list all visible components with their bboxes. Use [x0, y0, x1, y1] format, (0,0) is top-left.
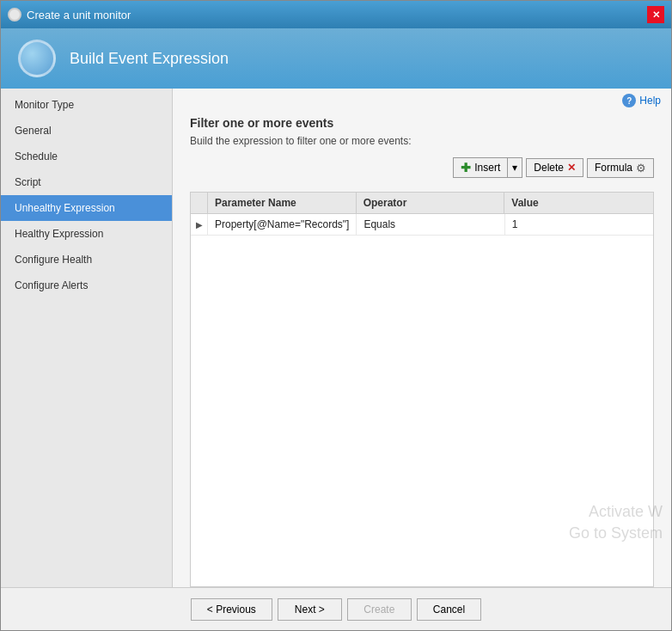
col-value: Value — [504, 193, 653, 213]
row-parameter-name: Property[@Name="Records"] — [208, 214, 357, 235]
plus-icon: ✚ — [461, 161, 471, 175]
footer-bar: < Previous Next > Create Cancel — [1, 587, 671, 630]
title-bar-left: Create a unit monitor — [8, 8, 131, 21]
create-button[interactable]: Create — [347, 598, 412, 621]
section-area: Filter one or more events Build the expr… — [173, 113, 671, 192]
formula-button[interactable]: Formula ⚙ — [587, 158, 654, 178]
delete-label: Delete — [534, 162, 564, 174]
next-button[interactable]: Next > — [278, 598, 342, 621]
close-button[interactable]: ✕ — [647, 6, 664, 23]
window-icon — [8, 8, 21, 21]
main-wrapper: ? Help Filter one or more events Build t… — [173, 89, 671, 587]
sidebar-item-general[interactable]: General — [1, 118, 172, 144]
main-window: Create a unit monitor ✕ Build Event Expr… — [0, 0, 672, 631]
row-operator: Equals — [357, 214, 504, 235]
header-icon — [18, 40, 56, 77]
insert-label: Insert — [474, 162, 500, 174]
help-link[interactable]: ? Help — [622, 94, 661, 107]
header-title: Build Event Expression — [70, 50, 229, 68]
col-arrow — [191, 193, 208, 213]
sidebar-item-unhealthy-expression[interactable]: Unhealthy Expression — [1, 195, 172, 221]
sidebar-item-healthy-expression[interactable]: Healthy Expression — [1, 221, 172, 247]
formula-label: Formula — [595, 162, 632, 174]
table-header: Parameter Name Operator Value — [191, 193, 653, 214]
toolbar: ✚ Insert ▾ Delete ✕ Formula ⚙ — [190, 157, 654, 178]
title-bar: Create a unit monitor ✕ — [1, 1, 671, 28]
help-icon: ? — [622, 94, 636, 107]
insert-button-group[interactable]: ✚ Insert ▾ — [453, 157, 522, 178]
sidebar-item-script[interactable]: Script — [1, 169, 172, 195]
section-desc: Build the expression to filter one or mo… — [190, 135, 654, 147]
col-operator: Operator — [357, 193, 505, 213]
help-bar: ? Help — [173, 89, 671, 113]
sidebar-item-configure-health[interactable]: Configure Health — [1, 247, 172, 273]
table-row[interactable]: ▶ Property[@Name="Records"] Equals 1 — [191, 214, 653, 236]
main-content: ? Help Filter one or more events Build t… — [173, 89, 671, 587]
expression-table: Parameter Name Operator Value ▶ Property… — [190, 192, 654, 587]
insert-main-button[interactable]: ✚ Insert — [454, 158, 508, 177]
delete-icon: ✕ — [567, 162, 576, 174]
col-parameter-name: Parameter Name — [208, 193, 357, 213]
sidebar-item-schedule[interactable]: Schedule — [1, 144, 172, 169]
delete-button[interactable]: Delete ✕ — [526, 158, 583, 177]
cancel-button[interactable]: Cancel — [417, 598, 481, 621]
help-label: Help — [639, 95, 661, 107]
previous-button[interactable]: < Previous — [191, 598, 272, 621]
sidebar-item-configure-alerts[interactable]: Configure Alerts — [1, 273, 172, 298]
row-value: 1 — [505, 214, 653, 235]
formula-icon: ⚙ — [636, 162, 646, 175]
sidebar-item-monitor-type[interactable]: Monitor Type — [1, 92, 172, 118]
content-area: Monitor Type General Schedule Script Unh… — [1, 89, 671, 587]
row-arrow: ▶ — [191, 214, 208, 235]
header-bar: Build Event Expression — [1, 28, 671, 89]
window-title: Create a unit monitor — [27, 9, 131, 21]
sidebar: Monitor Type General Schedule Script Unh… — [1, 89, 173, 587]
section-title: Filter one or more events — [190, 116, 654, 130]
insert-dropdown-arrow[interactable]: ▾ — [508, 159, 522, 176]
